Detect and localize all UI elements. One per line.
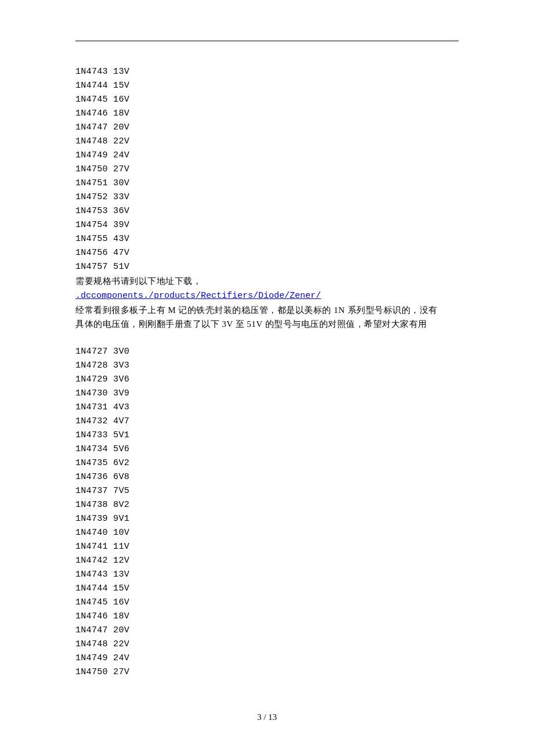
diode-row: 1N4747 20V: [75, 121, 459, 135]
diode-row: 1N4750 27V: [75, 665, 459, 679]
diode-row: 1N4738 8V2: [75, 498, 459, 512]
diode-row: 1N4733 5V1: [75, 429, 459, 442]
diode-row: 1N4744 15V: [75, 582, 459, 596]
diode-row: 1N4744 15V: [75, 79, 459, 93]
diode-row: 1N4751 30V: [75, 177, 459, 190]
paragraph-line-2: 具体的电压值，刚刚翻手册查了以下 3V 至 51V 的型号与电压的对照值，希望对…: [75, 317, 459, 331]
diode-row: 1N4737 7V5: [75, 484, 459, 498]
diode-row: 1N4742 12V: [75, 554, 459, 568]
diode-row: 1N4731 4V3: [75, 401, 459, 415]
diode-row: 1N4746 18V: [75, 610, 459, 624]
diode-row: 1N4732 4V7: [75, 415, 459, 429]
blank-line: [75, 331, 459, 345]
diode-row: 1N4729 3V6: [75, 373, 459, 387]
diode-row: 1N4741 11V: [75, 540, 459, 554]
diode-row: 1N4736 6V8: [75, 470, 459, 484]
diode-row: 1N4748 22V: [75, 135, 459, 149]
diode-row: 1N4747 20V: [75, 624, 459, 638]
diode-row: 1N4745 16V: [75, 596, 459, 610]
diode-row: 1N4757 51V: [75, 260, 459, 274]
header-separator: [75, 41, 459, 41]
page-content: 1N4743 13V1N4744 15V1N4745 16V1N4746 18V…: [75, 65, 459, 679]
diode-row: 1N4727 3V0: [75, 345, 459, 359]
diode-row: 1N4749 24V: [75, 149, 459, 163]
diode-row: 1N4740 10V: [75, 526, 459, 540]
diode-list-1: 1N4743 13V1N4744 15V1N4745 16V1N4746 18V…: [75, 65, 459, 274]
diode-row: 1N4739 9V1: [75, 512, 459, 526]
diode-row: 1N4728 3V3: [75, 359, 459, 373]
diode-row: 1N4753 36V: [75, 204, 459, 218]
diode-row: 1N4735 6V2: [75, 456, 459, 470]
diode-row: 1N4754 39V: [75, 218, 459, 232]
diode-row: 1N4745 16V: [75, 93, 459, 107]
header-dot: .: [340, 36, 341, 42]
paragraph-line-1: 经常看到很多板子上有 M 记的铁壳封装的稳压管，都是以美标的 1N 系列型号标识…: [75, 303, 459, 317]
diode-row: 1N4756 47V: [75, 246, 459, 260]
diode-list-2: 1N4727 3V01N4728 3V31N4729 3V61N4730 3V9…: [75, 345, 459, 679]
diode-row: 1N4730 3V9: [75, 387, 459, 401]
download-link-line: .dccomponents./products/Rectifiers/Diode…: [75, 288, 459, 303]
diode-row: 1N4743 13V: [75, 65, 459, 79]
diode-row: 1N4750 27V: [75, 163, 459, 177]
download-link[interactable]: .dccomponents./products/Rectifiers/Diode…: [75, 291, 321, 301]
diode-row: 1N4752 33V: [75, 190, 459, 204]
download-prompt: 需要规格书请到以下地址下载，: [75, 274, 459, 288]
diode-row: 1N4734 5V6: [75, 442, 459, 456]
diode-row: 1N4743 13V: [75, 568, 459, 582]
page-number: 3 / 13: [0, 712, 534, 722]
diode-row: 1N4749 24V: [75, 651, 459, 665]
diode-row: 1N4746 18V: [75, 107, 459, 121]
diode-row: 1N4755 43V: [75, 232, 459, 246]
diode-row: 1N4748 22V: [75, 638, 459, 651]
